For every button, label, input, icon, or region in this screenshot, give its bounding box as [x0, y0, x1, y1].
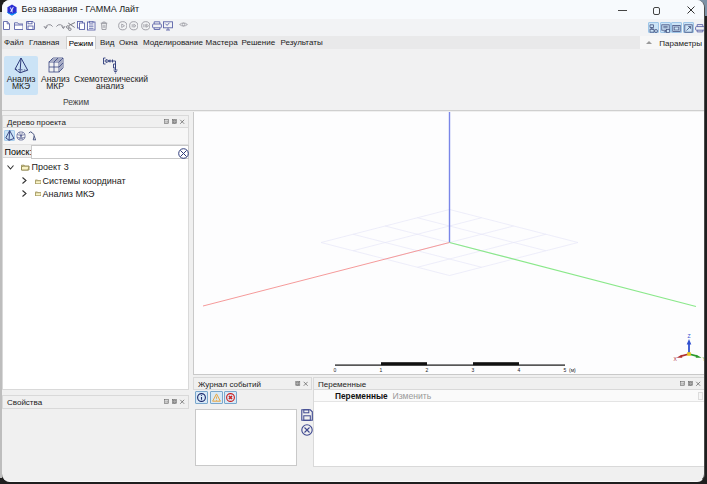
svg-text:X: X — [674, 356, 678, 362]
svg-text:4: 4 — [518, 367, 521, 373]
svg-text:Z: Z — [687, 333, 690, 339]
svg-text:(м): (м) — [569, 367, 576, 373]
svg-text:Y: Y — [703, 356, 706, 362]
svg-text:0: 0 — [334, 367, 337, 373]
svg-text:2: 2 — [426, 367, 429, 373]
svg-text:3: 3 — [472, 367, 475, 373]
svg-text:5: 5 — [564, 367, 567, 373]
svg-text:1: 1 — [380, 367, 383, 373]
